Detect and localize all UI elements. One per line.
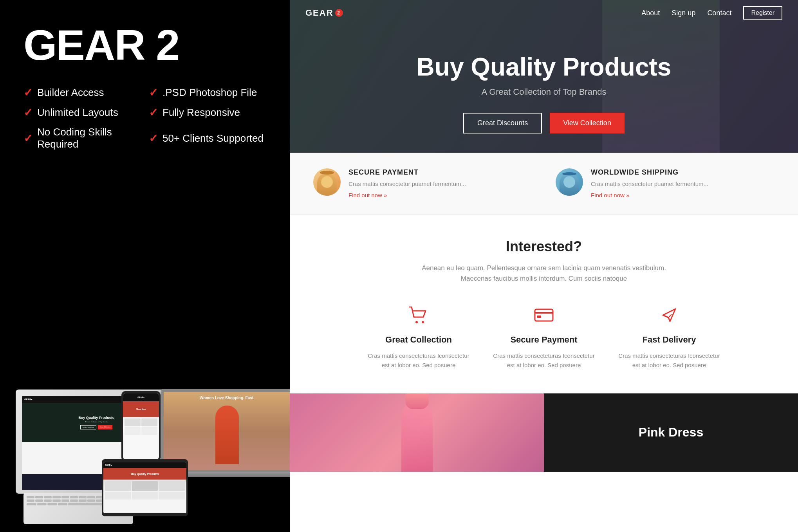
feature-secure-payment: SECURE PAYMENT Cras mattis consectetur p… (313, 168, 532, 199)
hero-section: GEAR 2 About Sign up Contact Register Bu… (290, 0, 798, 153)
view-collection-button[interactable]: View Collection (550, 113, 625, 133)
hero-title: Buy Quality Products (290, 53, 798, 81)
nav-link-contact[interactable]: Contact (707, 9, 731, 17)
service-secure-payment: Secure Payment Cras mattis consecteturas… (489, 303, 599, 370)
features-list: ✓ Builder Access ✓ .PSD Photoshop File ✓… (23, 86, 266, 150)
feature-item: ✓ .PSD Photoshop File (149, 86, 266, 99)
pink-figure (401, 401, 433, 472)
feature-item: ✓ Fully Responsive (149, 106, 266, 119)
brand-title: GEAR 2 (23, 23, 266, 67)
service-fast-delivery: Fast Delivery Cras mattis consecteturas … (614, 303, 724, 370)
interested-section: Interested? Aenean eu leo quam. Pellente… (290, 215, 798, 386)
service-desc-0: Cras mattis consecteturas Iconsectetur e… (364, 351, 473, 370)
worldwide-shipping-icon (556, 168, 583, 196)
features-bar: SECURE PAYMENT Cras mattis consectetur p… (290, 153, 798, 215)
secure-payment-link[interactable]: Find out now » (348, 192, 387, 198)
hero-content: Buy Quality Products A Great Collection … (290, 26, 798, 133)
check-icon: ✓ (23, 106, 32, 119)
hero-buttons: Great Discounts View Collection (290, 113, 798, 133)
credit-card-icon (489, 303, 599, 327)
feature-item: ✓ Builder Access (23, 86, 141, 99)
service-title-0: Great Collection (364, 335, 473, 345)
register-button[interactable]: Register (743, 6, 782, 20)
tablet-mockup: GEAR● Buy Quality Products (102, 459, 188, 516)
service-title-2: Fast Delivery (614, 335, 724, 345)
service-great-collection: Great Collection Cras mattis consectetur… (364, 303, 473, 370)
phone-mockup: GEAR● Shop Now (121, 391, 161, 462)
site-logo: GEAR 2 (305, 8, 343, 18)
pink-dress-section: Pink Dress (290, 393, 798, 472)
nav-links[interactable]: About Sign up Contact Register (641, 6, 782, 20)
worldwide-shipping-desc: Cras mattis consectetur puamet fermentum… (591, 180, 775, 189)
secure-payment-desc: Cras mattis consectetur puamet fermentum… (348, 180, 532, 189)
svg-point-0 (415, 321, 418, 323)
check-icon: ✓ (149, 86, 158, 99)
svg-rect-2 (535, 309, 553, 321)
check-icon: ✓ (149, 132, 158, 145)
check-icon: ✓ (23, 132, 32, 145)
great-discounts-button[interactable]: Great Discounts (463, 113, 542, 133)
secure-payment-icon (313, 168, 341, 196)
feature-item: ✓ No Coding Skills Required (23, 126, 141, 150)
hero-nav: GEAR 2 About Sign up Contact Register (290, 0, 798, 26)
mockup-area: GEAR● AboutSign upContact Register Buy Q… (0, 250, 290, 532)
interested-title: Interested? (305, 238, 782, 255)
delivery-icon (614, 303, 724, 327)
pink-dress-image (290, 393, 544, 472)
feature-item: ✓ 50+ Clients Supported (149, 126, 266, 150)
nav-link-signup[interactable]: Sign up (672, 9, 695, 17)
secure-payment-title: SECURE PAYMENT (348, 168, 532, 177)
check-icon: ✓ (149, 106, 158, 119)
service-desc-2: Cras mattis consecteturas Iconsectetur e… (614, 351, 724, 370)
service-title-1: Secure Payment (489, 335, 599, 345)
worldwide-shipping-link[interactable]: Find out now » (591, 192, 629, 198)
left-panel: GEAR 2 ✓ Builder Access ✓ .PSD Photoshop… (0, 0, 290, 532)
pink-dress-label-panel: Pink Dress (544, 393, 798, 472)
service-desc-1: Cras mattis consecteturas Iconsectetur e… (489, 351, 599, 370)
feature-worldwide-shipping: WORLDWIDE SHIPPING Cras mattis consectet… (556, 168, 775, 199)
cart-icon (364, 303, 473, 327)
nav-link-about[interactable]: About (641, 9, 660, 17)
svg-line-5 (668, 314, 672, 317)
check-icon: ✓ (23, 86, 32, 99)
feature-item: ✓ Unlimited Layouts (23, 106, 141, 119)
svg-rect-4 (537, 316, 541, 318)
pink-dress-label: Pink Dress (639, 425, 703, 440)
right-panel: GEAR 2 About Sign up Contact Register Bu… (290, 0, 798, 532)
svg-point-1 (422, 321, 424, 323)
services-grid: Great Collection Cras mattis consectetur… (305, 303, 782, 370)
logo-badge: 2 (335, 9, 343, 17)
worldwide-shipping-title: WORLDWIDE SHIPPING (591, 168, 775, 177)
interested-desc: Aenean eu leo quam. Pellentesque ornare … (407, 263, 681, 284)
hero-subtitle: A Great Collection of Top Brands (290, 87, 798, 97)
